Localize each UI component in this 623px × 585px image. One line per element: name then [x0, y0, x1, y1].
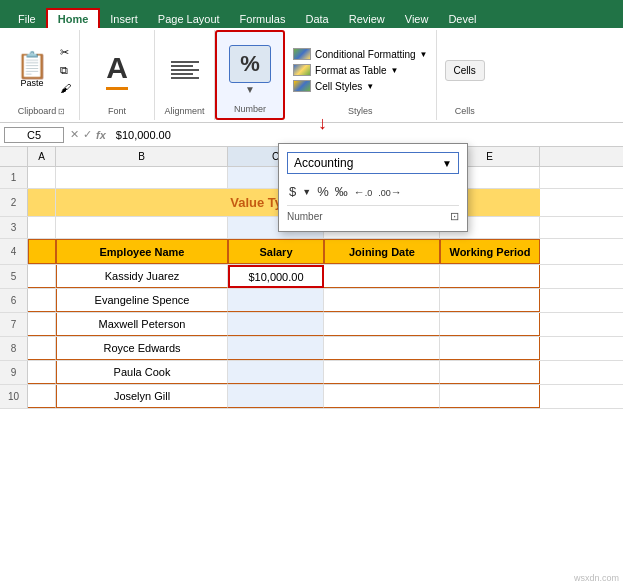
cells-group: Cells Cells	[437, 30, 493, 120]
cell-9d[interactable]	[324, 361, 440, 384]
cell-10c[interactable]	[228, 385, 324, 408]
cell-8a[interactable]	[28, 337, 56, 360]
cell-7a[interactable]	[28, 313, 56, 336]
cell-maxwell-name[interactable]: Maxwell Peterson	[56, 313, 228, 336]
cell-joselyn-name[interactable]: Joselyn Gill	[56, 385, 228, 408]
tab-formulas[interactable]: Formulas	[230, 10, 296, 28]
fat-dropdown-icon[interactable]: ▼	[391, 66, 399, 75]
dollar-button[interactable]: $	[289, 184, 296, 199]
cell-6d[interactable]	[324, 289, 440, 312]
cell-10d[interactable]	[324, 385, 440, 408]
decrease-decimal[interactable]: ←.0	[354, 186, 373, 198]
cell-kassidy-salary[interactable]: $10,000.00	[228, 265, 324, 288]
tab-review[interactable]: Review	[339, 10, 395, 28]
format-table-icon	[293, 64, 311, 76]
table-row: 7 Maxwell Peterson	[0, 313, 623, 337]
tab-data[interactable]: Data	[295, 10, 338, 28]
dropdown-number-footer: Number ⊡	[287, 205, 459, 223]
cell-9e[interactable]	[440, 361, 540, 384]
cell-5d[interactable]	[324, 265, 440, 288]
cell-salary-header[interactable]: Salary	[228, 239, 324, 264]
number-dropdown-arrow[interactable]: ▼	[245, 84, 255, 95]
number-percent-icon: %	[240, 51, 260, 77]
col-header-a[interactable]: A	[28, 147, 56, 166]
cell-6a[interactable]	[28, 289, 56, 312]
cell-evangeline-name[interactable]: Evangeline Spence	[56, 289, 228, 312]
cell-kassidy-name[interactable]: Kassidy Juarez	[56, 265, 228, 288]
copy-button[interactable]: ⧉	[58, 63, 73, 78]
dropdown-symbols-row: $ ▼ % ‰ ←.0 .00→	[287, 180, 459, 203]
cell-8d[interactable]	[324, 337, 440, 360]
cut-button[interactable]: ✂	[58, 45, 73, 60]
comma-button[interactable]: ‰	[335, 184, 348, 199]
number-group: % ▼ Number	[215, 30, 285, 120]
clipboard-expand-icon[interactable]: ⊡	[58, 107, 65, 116]
font-group: A Font	[80, 30, 155, 120]
tab-home[interactable]: Home	[46, 8, 101, 28]
cell-6e[interactable]	[440, 289, 540, 312]
cell-paula-name[interactable]: Paula Cook	[56, 361, 228, 384]
dropdown-expand-icon[interactable]: ⊡	[450, 210, 459, 223]
clipboard-group: 📋 Paste ✂ ⧉ 🖌 Clipboard ⊡	[4, 30, 80, 120]
paste-button[interactable]: 📋 Paste	[10, 48, 54, 92]
cell-7c[interactable]	[228, 313, 324, 336]
function-icon[interactable]: fx	[96, 129, 106, 141]
cell-5a[interactable]	[28, 265, 56, 288]
cell-1a[interactable]	[28, 167, 56, 188]
cells-button[interactable]: Cells	[445, 60, 485, 81]
confirm-icon[interactable]: ✓	[83, 128, 92, 141]
cell-7e[interactable]	[440, 313, 540, 336]
accounting-dropdown-select[interactable]: Accounting ▼	[287, 152, 459, 174]
cs-dropdown-icon[interactable]: ▼	[366, 82, 374, 91]
row-num-1: 1	[0, 167, 28, 188]
paste-icon: 📋	[16, 52, 48, 78]
clipboard-label: Clipboard ⊡	[18, 106, 66, 116]
cell-3b[interactable]	[56, 217, 228, 238]
cell-3a[interactable]	[28, 217, 56, 238]
cell-8e[interactable]	[440, 337, 540, 360]
tab-devel[interactable]: Devel	[438, 10, 486, 28]
row-num-3: 3	[0, 217, 28, 238]
cf-dropdown-icon[interactable]: ▼	[420, 50, 428, 59]
percent-button[interactable]: %	[317, 184, 329, 199]
cancel-icon[interactable]: ✕	[70, 128, 79, 141]
dollar-dropdown[interactable]: ▼	[302, 187, 311, 197]
cells-label: Cells	[455, 106, 475, 116]
cell-10e[interactable]	[440, 385, 540, 408]
cell-9c[interactable]	[228, 361, 324, 384]
cell-9a[interactable]	[28, 361, 56, 384]
formula-value: $10,000.00	[112, 128, 619, 142]
row-header-empty	[0, 147, 28, 166]
font-icon: A	[106, 51, 128, 90]
table-row: 5 Kassidy Juarez $10,000.00	[0, 265, 623, 289]
increase-decimal[interactable]: .00→	[378, 186, 402, 198]
tab-page-layout[interactable]: Page Layout	[148, 10, 230, 28]
conditional-formatting-button[interactable]: Conditional Formatting ▼	[293, 48, 428, 60]
cell-styles-button[interactable]: Cell Styles ▼	[293, 80, 428, 92]
row-num-4: 4	[0, 239, 28, 264]
cell-4a[interactable]	[28, 239, 56, 264]
tab-file[interactable]: File	[8, 10, 46, 28]
cell-7d[interactable]	[324, 313, 440, 336]
number-button[interactable]: %	[229, 45, 271, 83]
cell-employee-name-header[interactable]: Employee Name	[56, 239, 228, 264]
row-num-8: 8	[0, 337, 28, 360]
cell-2a[interactable]	[28, 189, 56, 216]
cell-joining-date-header[interactable]: Joining Date	[324, 239, 440, 264]
tab-view[interactable]: View	[395, 10, 439, 28]
styles-label: Styles	[293, 106, 428, 116]
format-painter-button[interactable]: 🖌	[58, 81, 73, 95]
cell-5e[interactable]	[440, 265, 540, 288]
tab-insert[interactable]: Insert	[100, 10, 148, 28]
format-as-table-button[interactable]: Format as Table ▼	[293, 64, 428, 76]
cell-6c[interactable]	[228, 289, 324, 312]
table-row: 10 Joselyn Gill	[0, 385, 623, 409]
cell-8c[interactable]	[228, 337, 324, 360]
cell-1b[interactable]	[56, 167, 228, 188]
col-header-b[interactable]: B	[56, 147, 228, 166]
cell-royce-name[interactable]: Royce Edwards	[56, 337, 228, 360]
cell-10a[interactable]	[28, 385, 56, 408]
row-num-5: 5	[0, 265, 28, 288]
name-box[interactable]	[4, 127, 64, 143]
cell-working-period-header[interactable]: Working Period	[440, 239, 540, 264]
